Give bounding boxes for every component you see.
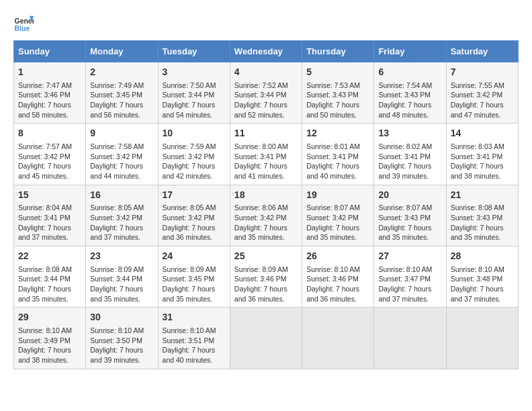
day-info: Sunrise: 8:10 AM Sunset: 3:48 PM Dayligh… [451, 265, 514, 304]
calendar-cell: 17Sunrise: 8:05 AM Sunset: 3:42 PM Dayli… [158, 185, 230, 246]
week-row-3: 15Sunrise: 8:04 AM Sunset: 3:41 PM Dayli… [14, 185, 519, 246]
svg-text:Blue: Blue [15, 24, 30, 32]
day-info: Sunrise: 8:00 AM Sunset: 3:41 PM Dayligh… [234, 142, 298, 181]
calendar-cell: 30Sunrise: 8:10 AM Sunset: 3:50 PM Dayli… [86, 308, 158, 369]
col-header-wednesday: Wednesday [230, 41, 302, 62]
calendar-cell [374, 308, 446, 369]
day-number: 25 [234, 250, 298, 263]
day-number: 6 [378, 66, 441, 79]
day-number: 16 [90, 189, 153, 202]
logo: General Blue [13, 13, 36, 34]
day-number: 1 [18, 66, 81, 79]
logo-icon: General Blue [13, 13, 34, 34]
calendar-cell: 9Sunrise: 7:58 AM Sunset: 3:42 PM Daylig… [86, 124, 158, 185]
day-number: 28 [451, 250, 514, 263]
calendar-cell: 23Sunrise: 8:09 AM Sunset: 3:44 PM Dayli… [86, 246, 158, 308]
col-header-friday: Friday [374, 41, 446, 62]
day-number: 21 [451, 189, 514, 202]
day-info: Sunrise: 7:50 AM Sunset: 3:44 PM Dayligh… [163, 81, 226, 120]
day-info: Sunrise: 7:49 AM Sunset: 3:45 PM Dayligh… [90, 81, 153, 120]
calendar-cell: 4Sunrise: 7:52 AM Sunset: 3:44 PM Daylig… [230, 62, 302, 124]
day-info: Sunrise: 7:57 AM Sunset: 3:42 PM Dayligh… [18, 142, 81, 181]
day-info: Sunrise: 8:10 AM Sunset: 3:49 PM Dayligh… [18, 326, 81, 365]
day-number: 18 [234, 189, 298, 202]
col-header-sunday: Sunday [14, 41, 86, 62]
day-number: 23 [90, 250, 153, 263]
day-info: Sunrise: 8:08 AM Sunset: 3:44 PM Dayligh… [18, 265, 81, 304]
calendar-cell: 20Sunrise: 8:07 AM Sunset: 3:43 PM Dayli… [374, 185, 446, 246]
day-info: Sunrise: 8:10 AM Sunset: 3:46 PM Dayligh… [306, 265, 369, 304]
day-number: 31 [163, 311, 226, 324]
page-header: General Blue [13, 13, 519, 34]
day-info: Sunrise: 8:07 AM Sunset: 3:43 PM Dayligh… [378, 203, 441, 242]
col-header-saturday: Saturday [446, 41, 518, 62]
col-header-monday: Monday [86, 41, 158, 62]
day-number: 30 [90, 311, 153, 324]
calendar-cell [230, 308, 302, 369]
week-row-4: 22Sunrise: 8:08 AM Sunset: 3:44 PM Dayli… [14, 246, 519, 308]
day-number: 4 [234, 66, 298, 79]
day-number: 7 [451, 66, 514, 79]
calendar-cell [302, 308, 374, 369]
calendar-cell: 8Sunrise: 7:57 AM Sunset: 3:42 PM Daylig… [14, 124, 86, 185]
day-number: 12 [306, 127, 369, 140]
day-info: Sunrise: 8:01 AM Sunset: 3:41 PM Dayligh… [306, 142, 369, 181]
day-info: Sunrise: 8:10 AM Sunset: 3:47 PM Dayligh… [378, 265, 441, 304]
calendar-cell [446, 308, 518, 369]
day-number: 29 [18, 311, 81, 324]
day-number: 9 [90, 127, 153, 140]
calendar-cell: 11Sunrise: 8:00 AM Sunset: 3:41 PM Dayli… [230, 124, 302, 185]
day-number: 2 [90, 66, 153, 79]
day-info: Sunrise: 7:59 AM Sunset: 3:42 PM Dayligh… [163, 142, 226, 181]
day-number: 13 [378, 127, 441, 140]
calendar-cell: 5Sunrise: 7:53 AM Sunset: 3:43 PM Daylig… [302, 62, 374, 124]
day-number: 24 [163, 250, 226, 263]
day-number: 5 [306, 66, 369, 79]
calendar-cell: 31Sunrise: 8:10 AM Sunset: 3:51 PM Dayli… [158, 308, 230, 369]
week-row-5: 29Sunrise: 8:10 AM Sunset: 3:49 PM Dayli… [14, 308, 519, 369]
day-number: 15 [18, 189, 81, 202]
day-number: 3 [163, 66, 226, 79]
calendar-cell: 29Sunrise: 8:10 AM Sunset: 3:49 PM Dayli… [14, 308, 86, 369]
calendar-cell: 15Sunrise: 8:04 AM Sunset: 3:41 PM Dayli… [14, 185, 86, 246]
week-row-1: 1Sunrise: 7:47 AM Sunset: 3:46 PM Daylig… [14, 62, 519, 124]
calendar-cell: 1Sunrise: 7:47 AM Sunset: 3:46 PM Daylig… [14, 62, 86, 124]
calendar-cell: 19Sunrise: 8:07 AM Sunset: 3:42 PM Dayli… [302, 185, 374, 246]
day-info: Sunrise: 8:04 AM Sunset: 3:41 PM Dayligh… [18, 203, 81, 242]
day-info: Sunrise: 7:54 AM Sunset: 3:43 PM Dayligh… [378, 81, 441, 120]
calendar-header-row: SundayMondayTuesdayWednesdayThursdayFrid… [14, 41, 519, 62]
calendar-cell: 7Sunrise: 7:55 AM Sunset: 3:42 PM Daylig… [446, 62, 518, 124]
calendar-cell: 24Sunrise: 8:09 AM Sunset: 3:45 PM Dayli… [158, 246, 230, 308]
day-info: Sunrise: 8:07 AM Sunset: 3:42 PM Dayligh… [306, 203, 369, 242]
day-info: Sunrise: 7:52 AM Sunset: 3:44 PM Dayligh… [234, 81, 298, 120]
day-number: 26 [306, 250, 369, 263]
calendar-cell: 2Sunrise: 7:49 AM Sunset: 3:45 PM Daylig… [86, 62, 158, 124]
calendar-cell: 12Sunrise: 8:01 AM Sunset: 3:41 PM Dayli… [302, 124, 374, 185]
day-info: Sunrise: 8:10 AM Sunset: 3:51 PM Dayligh… [163, 326, 226, 365]
calendar-cell: 16Sunrise: 8:05 AM Sunset: 3:42 PM Dayli… [86, 185, 158, 246]
calendar-cell: 3Sunrise: 7:50 AM Sunset: 3:44 PM Daylig… [158, 62, 230, 124]
day-number: 11 [234, 127, 298, 140]
day-number: 14 [451, 127, 514, 140]
calendar-cell: 22Sunrise: 8:08 AM Sunset: 3:44 PM Dayli… [14, 246, 86, 308]
calendar-cell: 28Sunrise: 8:10 AM Sunset: 3:48 PM Dayli… [446, 246, 518, 308]
day-info: Sunrise: 8:06 AM Sunset: 3:42 PM Dayligh… [234, 203, 298, 242]
day-number: 10 [163, 127, 226, 140]
day-number: 8 [18, 127, 81, 140]
calendar-cell: 6Sunrise: 7:54 AM Sunset: 3:43 PM Daylig… [374, 62, 446, 124]
day-info: Sunrise: 8:08 AM Sunset: 3:43 PM Dayligh… [451, 203, 514, 242]
calendar-table: SundayMondayTuesdayWednesdayThursdayFrid… [13, 40, 519, 369]
calendar-cell: 26Sunrise: 8:10 AM Sunset: 3:46 PM Dayli… [302, 246, 374, 308]
day-info: Sunrise: 8:09 AM Sunset: 3:45 PM Dayligh… [163, 265, 226, 304]
day-info: Sunrise: 8:02 AM Sunset: 3:41 PM Dayligh… [378, 142, 441, 181]
day-info: Sunrise: 7:53 AM Sunset: 3:43 PM Dayligh… [306, 81, 369, 120]
day-info: Sunrise: 7:58 AM Sunset: 3:42 PM Dayligh… [90, 142, 153, 181]
day-info: Sunrise: 8:10 AM Sunset: 3:50 PM Dayligh… [90, 326, 153, 365]
calendar-cell: 27Sunrise: 8:10 AM Sunset: 3:47 PM Dayli… [374, 246, 446, 308]
calendar-cell: 10Sunrise: 7:59 AM Sunset: 3:42 PM Dayli… [158, 124, 230, 185]
calendar-cell: 14Sunrise: 8:03 AM Sunset: 3:41 PM Dayli… [446, 124, 518, 185]
day-number: 20 [378, 189, 441, 202]
day-info: Sunrise: 8:05 AM Sunset: 3:42 PM Dayligh… [163, 203, 226, 242]
calendar-cell: 18Sunrise: 8:06 AM Sunset: 3:42 PM Dayli… [230, 185, 302, 246]
day-info: Sunrise: 8:09 AM Sunset: 3:44 PM Dayligh… [90, 265, 153, 304]
